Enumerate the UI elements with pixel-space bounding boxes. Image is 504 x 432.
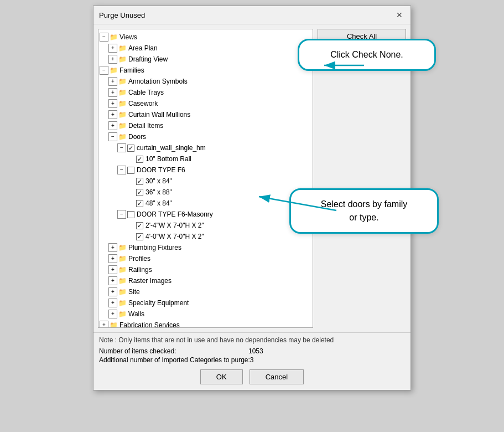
families-label: Families [119, 65, 144, 75]
tree-item-annotation-symbols[interactable]: + 📁 Annotation Symbols [98, 76, 313, 87]
cancel-button[interactable]: Cancel [250, 369, 304, 384]
checkbox-4-0wx7-0hx2[interactable] [136, 233, 143, 240]
folder-icon-plumbing-fixtures: 📁 [118, 243, 127, 253]
expand-plumbing-fixtures[interactable]: + [108, 243, 117, 252]
expand-detail-items[interactable]: + [108, 121, 117, 130]
tree-item-10-bottom-rail[interactable]: 10" Bottom Rail [98, 153, 313, 164]
raster-images-label: Raster Images [128, 276, 172, 286]
folder-icon-site: 📁 [118, 287, 127, 297]
tree-item-views[interactable]: − 📁 Views [98, 32, 313, 43]
title-bar: Purge Unused ✕ [93, 6, 411, 24]
folder-icon-area-plan: 📁 [118, 43, 127, 53]
close-button[interactable]: ✕ [394, 9, 405, 20]
expand-railings[interactable]: + [108, 265, 117, 274]
tree-item-profiles[interactable]: + 📁 Profiles [98, 253, 313, 264]
expand-door-type-f6-masonry[interactable]: − [117, 210, 126, 219]
plumbing-fixtures-label: Plumbing Fixtures [128, 243, 181, 253]
folder-icon-fabrication-services: 📁 [110, 320, 118, 328]
placeholder-30x84 [126, 177, 135, 186]
checkbox-48x84[interactable] [136, 200, 143, 207]
expand-door-type-f6[interactable]: − [117, 166, 126, 174]
placeholder-10-bottom-rail [126, 155, 135, 163]
tree-item-4-0wx7-0hx2[interactable]: 4'-0"W X 7-0"H X 2" [98, 231, 313, 242]
expand-annotation-symbols[interactable]: + [108, 77, 117, 86]
checkbox-door-type-f6-masonry[interactable] [127, 211, 134, 218]
tree-item-raster-images[interactable]: + 📁 Raster Images [98, 275, 313, 286]
curtain-wall-mullions-label: Curtain Wall Mullions [128, 110, 190, 120]
expand-raster-images[interactable]: + [108, 276, 117, 285]
dialog-wrapper: Purge Unused ✕ − 📁 Views + 📁 Area Plan [93, 6, 411, 390]
expand-casework[interactable]: + [108, 99, 117, 108]
expand-fabrication-services[interactable]: + [100, 321, 108, 328]
10-bottom-rail-label: 10" Bottom Rail [146, 154, 191, 164]
checkbox-10-bottom-rail[interactable] [136, 156, 143, 163]
casework-label: Casework [128, 99, 158, 109]
folder-icon-detail-items: 📁 [118, 121, 127, 131]
folder-icon-railings: 📁 [118, 265, 127, 275]
items-checked-label: Number of items checked: [99, 347, 248, 355]
folder-icon-cable-trays: 📁 [118, 88, 127, 97]
expand-site[interactable]: + [108, 287, 117, 296]
checkbox-door-type-f6[interactable] [127, 167, 134, 174]
expand-views[interactable]: − [100, 33, 108, 42]
tree-item-plumbing-fixtures[interactable]: + 📁 Plumbing Fixtures [98, 242, 313, 253]
check-none-button[interactable]: Check None [318, 47, 406, 62]
purge-unused-dialog: Purge Unused ✕ − 📁 Views + 📁 Area Plan [93, 6, 411, 390]
fabrication-services-label: Fabrication Services [119, 320, 180, 328]
tree-item-cable-trays[interactable]: + 📁 Cable Trays [98, 87, 313, 98]
dialog-body: − 📁 Views + 📁 Area Plan + 📁 Drafting Vie… [93, 24, 411, 332]
tree-item-site[interactable]: + 📁 Site [98, 286, 313, 297]
expand-cable-trays[interactable]: + [108, 88, 117, 97]
expand-profiles[interactable]: + [108, 254, 117, 263]
tree-item-door-type-f6[interactable]: − DOOR TYPE F6 [98, 164, 313, 176]
checkbox-curtain-wall-single-hm[interactable] [127, 145, 134, 152]
tree-panel[interactable]: − 📁 Views + 📁 Area Plan + 📁 Drafting Vie… [98, 29, 313, 328]
check-all-button[interactable]: Check All [318, 29, 406, 44]
tree-item-2-4wx7-0hx2[interactable]: 2'-4"W X 7-0"H X 2" [98, 220, 313, 231]
detail-items-label: Detail Items [128, 121, 163, 131]
tree-item-curtain-wall-mullions[interactable]: + 📁 Curtain Wall Mullions [98, 109, 313, 120]
tree-item-railings[interactable]: + 📁 Railings [98, 264, 313, 275]
tree-item-families[interactable]: − 📁 Families [98, 65, 313, 76]
expand-curtain-wall-single-hm[interactable]: − [117, 143, 126, 152]
placeholder-2-4wx7-0hx2 [126, 221, 135, 230]
tree-item-drafting-view[interactable]: + 📁 Drafting View [98, 54, 313, 65]
tree-item-curtain-wall-single-hm[interactable]: − curtain_wall_single_hm [98, 142, 313, 153]
folder-icon-curtain-wall-mullions: 📁 [118, 110, 127, 120]
site-label: Site [128, 287, 140, 297]
expand-walls[interactable]: + [108, 310, 117, 318]
folder-icon-views: 📁 [110, 32, 118, 42]
tree-item-specialty-equipment[interactable]: + 📁 Specialty Equipment [98, 297, 313, 308]
tree-item-48x84[interactable]: 48" x 84" [98, 198, 313, 209]
folder-icon-profiles: 📁 [118, 254, 127, 264]
tree-item-door-type-f6-masonry[interactable]: − DOOR TYPE F6-Masonry [98, 209, 313, 220]
folder-icon-drafting-view: 📁 [118, 54, 127, 64]
folder-icon-annotation-symbols: 📁 [118, 76, 127, 86]
folder-icon-specialty-equipment: 📁 [118, 298, 127, 308]
tree-item-30x84[interactable]: 30" x 84" [98, 176, 313, 187]
expand-drafting-view[interactable]: + [108, 55, 117, 64]
expand-area-plan[interactable]: + [108, 44, 117, 53]
tree-item-36x88[interactable]: 36" x 88" [98, 187, 313, 198]
expand-specialty-equipment[interactable]: + [108, 299, 117, 307]
annotation-symbols-label: Annotation Symbols [128, 76, 188, 86]
checkbox-30x84[interactable] [136, 178, 143, 185]
placeholder-4-0wx7-0hx2 [126, 232, 135, 241]
tree-item-doors[interactable]: − 📁 Doors [98, 131, 313, 142]
ok-button[interactable]: OK [200, 369, 243, 384]
tree-item-detail-items[interactable]: + 📁 Detail Items [98, 120, 313, 131]
tree-item-area-plan[interactable]: + 📁 Area Plan [98, 43, 313, 54]
folder-icon-families: 📁 [110, 65, 118, 75]
tree-item-casework[interactable]: + 📁 Casework [98, 98, 313, 109]
checkbox-2-4wx7-0hx2[interactable] [136, 222, 143, 229]
tree-item-walls[interactable]: + 📁 Walls [98, 308, 313, 320]
folder-icon-raster-images: 📁 [118, 276, 127, 286]
placeholder-36x88 [126, 188, 135, 197]
expand-curtain-wall-mullions[interactable]: + [108, 110, 117, 119]
checkbox-36x88[interactable] [136, 189, 143, 196]
expand-families[interactable]: − [100, 66, 108, 75]
additional-value: 3 [250, 356, 254, 364]
tree-item-fabrication-services[interactable]: + 📁 Fabrication Services [98, 320, 313, 328]
placeholder-48x84 [126, 199, 135, 208]
expand-doors[interactable]: − [108, 132, 117, 141]
